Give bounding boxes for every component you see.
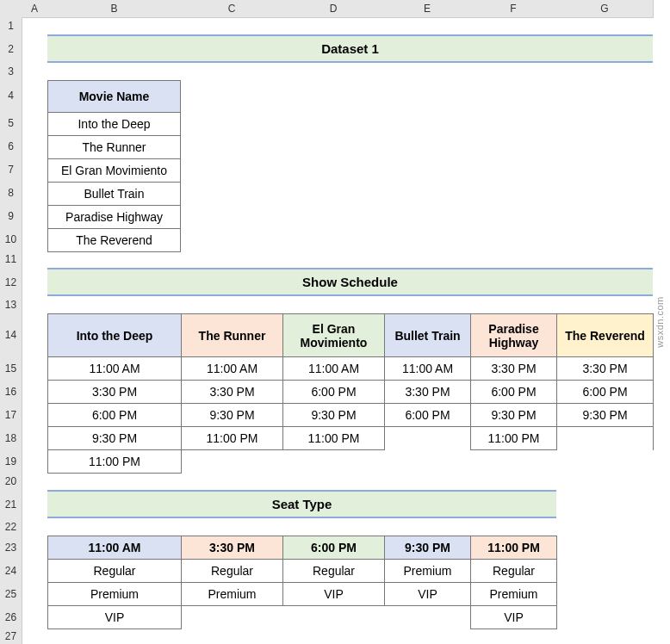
seattype-banner[interactable]: Seat Type — [47, 490, 556, 518]
col-header-C[interactable]: C — [181, 0, 283, 18]
schedule-header[interactable]: The Runner — [182, 314, 283, 357]
row-header-26[interactable]: 26 — [0, 605, 22, 629]
schedule-cell[interactable] — [471, 450, 557, 474]
corner-cell[interactable] — [0, 0, 22, 18]
schedule-cell[interactable] — [385, 450, 471, 474]
col-header-A[interactable]: A — [22, 0, 48, 18]
seat-header[interactable]: 6:00 PM — [283, 536, 385, 560]
seat-cell[interactable]: Premium — [471, 583, 557, 606]
schedule-cell[interactable]: 9:30 PM — [182, 404, 283, 427]
seat-cell[interactable]: Premium — [385, 560, 471, 583]
schedule-cell[interactable]: 6:00 PM — [385, 404, 471, 427]
movie-cell[interactable]: Paradise Highway — [48, 206, 181, 229]
schedule-cell[interactable]: 9:30 PM — [557, 404, 654, 427]
schedule-cell[interactable]: 6:00 PM — [48, 404, 182, 427]
row-header-3[interactable]: 3 — [0, 63, 22, 81]
row-header-2[interactable]: 2 — [0, 34, 22, 64]
seat-cell[interactable] — [385, 606, 471, 629]
row-header-7[interactable]: 7 — [0, 158, 22, 182]
seat-header[interactable]: 11:00 PM — [471, 536, 557, 560]
schedule-cell[interactable]: 3:30 PM — [385, 381, 471, 404]
schedule-cell[interactable] — [283, 450, 385, 474]
schedule-cell[interactable]: 9:30 PM — [471, 404, 557, 427]
schedule-cell[interactable]: 11:00 PM — [182, 427, 283, 450]
movie-cell[interactable]: Bullet Train — [48, 183, 181, 206]
row-header-12[interactable]: 12 — [0, 268, 22, 297]
schedule-cell[interactable]: 11:00 AM — [385, 357, 471, 381]
seat-cell[interactable]: Regular — [48, 560, 182, 583]
row-header-23[interactable]: 23 — [0, 536, 22, 560]
schedule-header[interactable]: Bullet Train — [385, 314, 471, 357]
row-header-9[interactable]: 9 — [0, 204, 22, 228]
schedule-cell[interactable]: 11:00 PM — [283, 427, 385, 450]
schedule-header[interactable]: The Reverend — [557, 314, 654, 357]
schedule-cell[interactable]: 11:00 PM — [48, 450, 182, 474]
seat-cell[interactable]: Regular — [471, 560, 557, 583]
schedule-cell[interactable] — [557, 450, 654, 474]
schedule-cell[interactable]: 11:00 PM — [471, 427, 557, 450]
row-header-22[interactable]: 22 — [0, 518, 22, 536]
seat-cell[interactable] — [283, 606, 385, 629]
row-header-19[interactable]: 19 — [0, 449, 22, 474]
movie-cell[interactable]: Into the Deep — [48, 113, 181, 136]
schedule-cell[interactable]: 9:30 PM — [48, 427, 182, 450]
seat-cell[interactable]: VIP — [471, 606, 557, 629]
row-header-11[interactable]: 11 — [0, 251, 22, 269]
row-header-10[interactable]: 10 — [0, 227, 22, 251]
row-header-14[interactable]: 14 — [0, 313, 22, 357]
movie-cell[interactable]: El Gran Movimiento — [48, 159, 181, 183]
schedule-header[interactable]: Paradise Highway — [471, 314, 557, 357]
schedule-cell[interactable]: 11:00 AM — [182, 357, 283, 381]
seat-cell[interactable] — [182, 606, 283, 629]
schedule-cell[interactable]: 3:30 PM — [182, 381, 283, 404]
seat-cell[interactable]: VIP — [48, 606, 182, 629]
schedule-cell[interactable]: 11:00 AM — [48, 357, 182, 381]
row-header-24[interactable]: 24 — [0, 559, 22, 583]
seat-cell[interactable]: VIP — [385, 583, 471, 606]
schedule-cell[interactable]: 3:30 PM — [557, 357, 654, 381]
row-header-5[interactable]: 5 — [0, 111, 22, 135]
dataset1-banner[interactable]: Dataset 1 — [47, 34, 653, 63]
seat-cell[interactable]: Premium — [182, 583, 283, 606]
row-header-8[interactable]: 8 — [0, 181, 22, 205]
row-header-21[interactable]: 21 — [0, 490, 22, 519]
seat-cell[interactable]: Premium — [48, 583, 182, 606]
row-header-27[interactable]: 27 — [0, 629, 22, 644]
schedule-header[interactable]: El Gran Movimiento — [283, 314, 385, 357]
schedule-cell[interactable]: 6:00 PM — [471, 381, 557, 404]
movie-name-header[interactable]: Movie Name — [48, 81, 181, 113]
schedule-cell[interactable]: 3:30 PM — [48, 381, 182, 404]
schedule-cell[interactable]: 3:30 PM — [471, 357, 557, 381]
movie-cell[interactable]: The Reverend — [48, 229, 181, 252]
col-header-G[interactable]: G — [556, 0, 654, 18]
schedule-header[interactable]: Into the Deep — [48, 314, 182, 357]
schedule-cell[interactable]: 9:30 PM — [283, 404, 385, 427]
movie-cell[interactable]: The Runner — [48, 136, 181, 159]
row-header-16[interactable]: 16 — [0, 380, 22, 404]
row-header-18[interactable]: 18 — [0, 426, 22, 450]
row-header-1[interactable]: 1 — [0, 17, 22, 35]
row-header-4[interactable]: 4 — [0, 80, 22, 112]
col-header-D[interactable]: D — [282, 0, 385, 18]
col-header-F[interactable]: F — [470, 0, 557, 18]
row-header-15[interactable]: 15 — [0, 356, 22, 381]
row-header-13[interactable]: 13 — [0, 296, 22, 314]
seat-cell[interactable]: Regular — [283, 560, 385, 583]
schedule-cell[interactable] — [182, 450, 283, 474]
row-header-17[interactable]: 17 — [0, 403, 22, 427]
row-header-6[interactable]: 6 — [0, 134, 22, 158]
row-header-20[interactable]: 20 — [0, 473, 22, 491]
seat-header[interactable]: 3:30 PM — [182, 536, 283, 560]
schedule-cell[interactable]: 6:00 PM — [557, 381, 654, 404]
col-header-B[interactable]: B — [47, 0, 182, 18]
schedule-cell[interactable]: 11:00 AM — [283, 357, 385, 381]
seat-header[interactable]: 9:30 PM — [385, 536, 471, 560]
schedule-cell[interactable]: 6:00 PM — [283, 381, 385, 404]
col-header-E[interactable]: E — [384, 0, 471, 18]
seat-cell[interactable]: VIP — [283, 583, 385, 606]
schedule-cell[interactable] — [557, 427, 654, 450]
schedule-cell[interactable] — [385, 427, 471, 450]
seat-header[interactable]: 11:00 AM — [48, 536, 182, 560]
seat-cell[interactable]: Regular — [182, 560, 283, 583]
schedule-banner[interactable]: Show Schedule — [47, 268, 653, 296]
